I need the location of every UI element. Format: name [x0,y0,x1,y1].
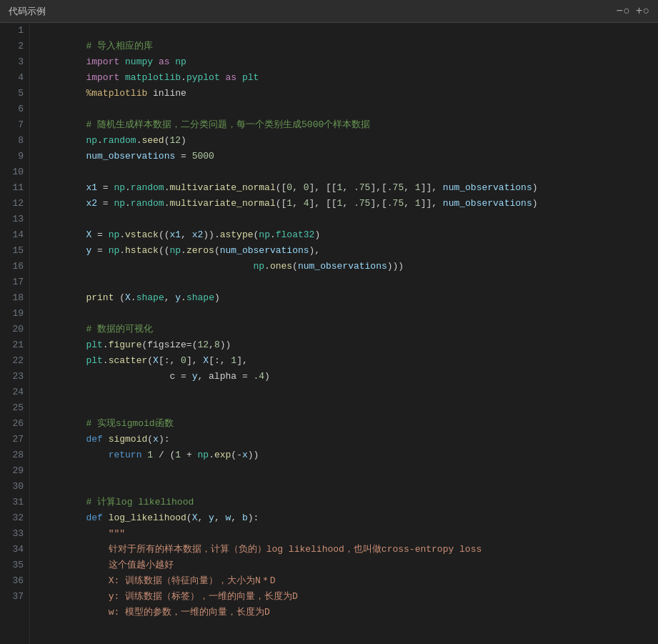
line-num-25: 25 [6,400,24,416]
code-line-24 [41,385,658,400]
line-num-13: 13 [6,212,24,227]
code-editor: 1 2 3 4 5 6 7 8 9 10 11 12 13 14 15 16 1… [0,23,658,644]
line-num-29: 29 [6,463,24,479]
code-line-10: x1 = np.random.multivariate_normal([0, 0… [41,164,658,180]
code-line-30: # 计算log likelihood [41,479,658,495]
line-num-22: 22 [6,353,24,369]
line-num-14: 14 [6,227,24,243]
line-num-21: 21 [6,337,24,353]
line-num-17: 17 [6,274,24,290]
zoom-out-icon[interactable]: −○ [617,5,630,18]
line-num-4: 4 [6,70,24,86]
code-line-6: # 随机生成样本数据，二分类问题，每一个类别生成5000个样本数据 [41,101,658,117]
code-content: # 导入相应的库 import numpy as np import matpl… [30,23,658,644]
line-num-24: 24 [6,385,24,400]
title-bar: 代码示例 −○ +○ [0,0,658,23]
line-num-36: 36 [6,573,24,589]
line-num-26: 26 [6,416,24,432]
line-num-8: 8 [6,133,24,149]
line-num-23: 23 [6,369,24,385]
line-num-16: 16 [6,259,24,274]
line-num-28: 28 [6,447,24,463]
window-title: 代码示例 [9,5,46,18]
line-num-31: 31 [6,495,24,510]
line-num-20: 20 [6,322,24,337]
line-num-11: 11 [6,180,24,196]
line-num-27: 27 [6,432,24,447]
line-num-7: 7 [6,117,24,133]
code-line-33: 针对于所有的样本数据，计算（负的）log likelihood，也叫做cross… [41,526,658,542]
code-line-25: # 实现sigmoid函数 [41,400,658,416]
code-line-13: X = np.vstack((x1, x2)).astype(np.float3… [41,212,658,227]
code-line-1: # 导入相应的库 [41,23,658,39]
line-num-9: 9 [6,149,24,164]
line-num-30: 30 [6,479,24,495]
line-num-3: 3 [6,54,24,70]
line-num-32: 32 [6,510,24,526]
line-num-19: 19 [6,306,24,322]
title-bar-actions: −○ +○ [617,5,649,18]
zoom-in-icon[interactable]: +○ [636,5,649,18]
code-line-17: print (X.shape, y.shape) [41,274,658,290]
code-line-19: # 数据的可视化 [41,306,658,322]
line-num-18: 18 [6,290,24,306]
line-num-37: 37 [6,589,24,605]
line-num-34: 34 [6,542,24,558]
line-number-gutter: 1 2 3 4 5 6 7 8 9 10 11 12 13 14 15 16 1… [0,23,30,644]
app-window: 代码示例 −○ +○ 1 2 3 4 5 6 7 8 9 10 11 12 13… [0,0,658,644]
line-num-6: 6 [6,101,24,117]
line-num-10: 10 [6,164,24,180]
line-num-35: 35 [6,558,24,573]
line-num-33: 33 [6,526,24,542]
line-num-1: 1 [6,23,24,39]
line-num-5: 5 [6,86,24,101]
line-num-12: 12 [6,196,24,212]
code-line-29 [41,463,658,479]
line-num-15: 15 [6,243,24,259]
line-num-2: 2 [6,39,24,54]
